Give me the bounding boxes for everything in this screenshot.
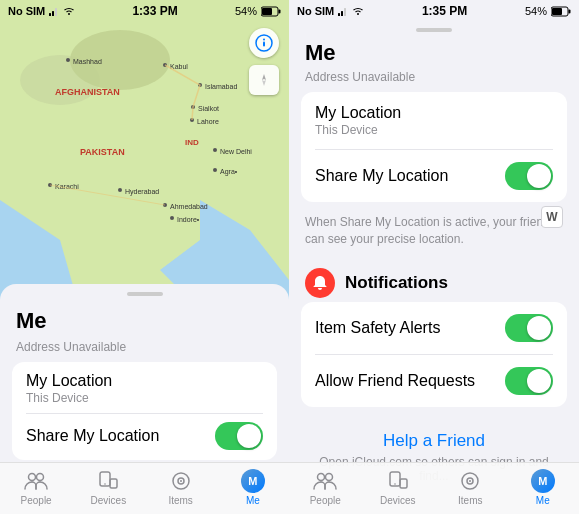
svg-text:Agra•: Agra• [220,168,238,176]
allow-friend-requests-label: Allow Friend Requests [315,372,475,390]
this-device-label-left: This Device [26,391,263,405]
card-title-left: Me [0,304,289,338]
address-unavailable-right: Address Unavailable [289,68,579,92]
svg-rect-35 [262,8,272,15]
wifi-icon-left [63,6,75,16]
share-location-toggle-right[interactable] [505,162,553,190]
svg-point-53 [318,474,325,481]
scroll-content-right[interactable]: Me Address Unavailable My Location This … [289,38,579,514]
map-info-button[interactable] [249,28,279,58]
tab-devices-right[interactable]: Devices [362,469,435,506]
svg-point-43 [105,483,107,485]
tab-people-label-left: People [21,495,52,506]
svg-text:Ahmedabad: Ahmedabad [170,203,208,210]
share-location-toggle-left[interactable] [215,422,263,450]
drag-handle-right[interactable] [416,28,452,32]
svg-rect-38 [263,42,265,47]
allow-friend-requests-row: Allow Friend Requests [315,354,553,407]
tab-items-label-right: Items [458,495,482,506]
bell-icon-container [305,268,335,298]
tab-items-label-left: Items [168,495,192,506]
status-bar-right: No SIM 1:35 PM 54% [289,0,579,22]
carrier-right: No SIM [297,5,334,17]
location-section-left: My Location This Device Share My Locatio… [12,362,277,460]
carrier-time-left: No SIM [8,5,75,17]
tab-people-left[interactable]: People [0,469,72,506]
share-location-row-left: Share My Location [26,422,263,450]
battery-pct-right: 54% [525,5,547,17]
share-description-text: When Share My Location is active, your f… [289,214,579,258]
svg-point-18 [213,148,217,152]
left-panel: AFGHANISTAN PAKISTAN IND Mashhad Kabul I… [0,0,289,514]
tab-people-right[interactable]: People [289,469,362,506]
my-location-block-left: My Location This Device [26,372,263,405]
svg-rect-51 [568,9,570,13]
items-icon-right [458,469,482,493]
devices-icon-left [96,469,120,493]
tab-devices-label-right: Devices [380,495,416,506]
compass-button[interactable] [249,65,279,95]
battery-icon-right [551,6,571,17]
tab-bar-left: People Devices [0,462,289,514]
item-safety-alerts-label: Item Safety Alerts [315,319,440,337]
w-badge: W [541,206,563,228]
time-left: 1:33 PM [132,4,177,18]
battery-pct-left: 54% [235,5,257,17]
tab-me-left[interactable]: M Me [217,469,289,506]
notifications-section-card: Item Safety Alerts Allow Friend Requests [301,302,567,407]
allow-friend-requests-toggle[interactable] [505,367,553,395]
svg-rect-32 [55,8,57,16]
svg-point-8 [66,58,70,62]
right-panel: No SIM 1:35 PM 54% Me Address Un [289,0,579,514]
svg-rect-49 [344,8,346,16]
svg-text:IND: IND [185,138,199,147]
drag-handle-left[interactable] [127,292,163,296]
this-device-label-right: This Device [315,123,401,137]
signal-icon-left [49,6,59,16]
status-bar-left: No SIM 1:33 PM 54% [0,0,289,22]
svg-rect-56 [400,479,407,488]
tab-devices-left[interactable]: Devices [72,469,144,506]
svg-text:Lahore: Lahore [197,118,219,125]
tab-me-label-left: Me [246,495,260,506]
people-icon-left [24,469,48,493]
battery-area-left: 54% [235,5,281,17]
my-location-row-right: My Location This Device [315,92,553,149]
my-location-block-right: My Location This Device [315,104,401,137]
svg-point-60 [469,480,471,482]
svg-text:New Delhi: New Delhi [220,148,252,155]
share-location-label-right: Share My Location [315,167,448,185]
tab-me-right[interactable]: M Me [507,469,580,506]
svg-point-54 [326,474,333,481]
items-icon-left [169,469,193,493]
svg-point-28 [170,216,174,220]
notification-row: Notifications [289,258,579,302]
bell-icon [312,275,328,291]
devices-icon-right [386,469,410,493]
divider-left [26,413,263,414]
svg-text:Hyderabad: Hyderabad [125,188,159,196]
my-location-label-left: My Location [26,372,263,390]
compass-icon [257,73,271,87]
tab-items-left[interactable]: Items [145,469,217,506]
people-icon-right [313,469,337,493]
help-friend-link[interactable]: Help a Friend [305,431,563,451]
me-icon-left: M [241,469,265,493]
svg-point-37 [263,39,265,41]
svg-rect-30 [49,13,51,16]
svg-text:PAKISTAN: PAKISTAN [80,147,125,157]
battery-area-right: 54% [525,5,571,17]
time-right: 1:35 PM [422,4,467,18]
svg-point-20 [213,168,217,172]
item-safety-alerts-row: Item Safety Alerts [315,302,553,354]
item-safety-toggle[interactable] [505,314,553,342]
svg-rect-31 [52,11,54,16]
my-location-label-right: My Location [315,104,401,122]
svg-point-46 [180,480,182,482]
svg-rect-42 [110,479,117,488]
carrier-area-right: No SIM [297,5,364,17]
notifications-title: Notifications [345,273,448,293]
tab-items-right[interactable]: Items [434,469,507,506]
me-avatar-left: M [241,469,265,493]
tab-me-label-right: Me [536,495,550,506]
